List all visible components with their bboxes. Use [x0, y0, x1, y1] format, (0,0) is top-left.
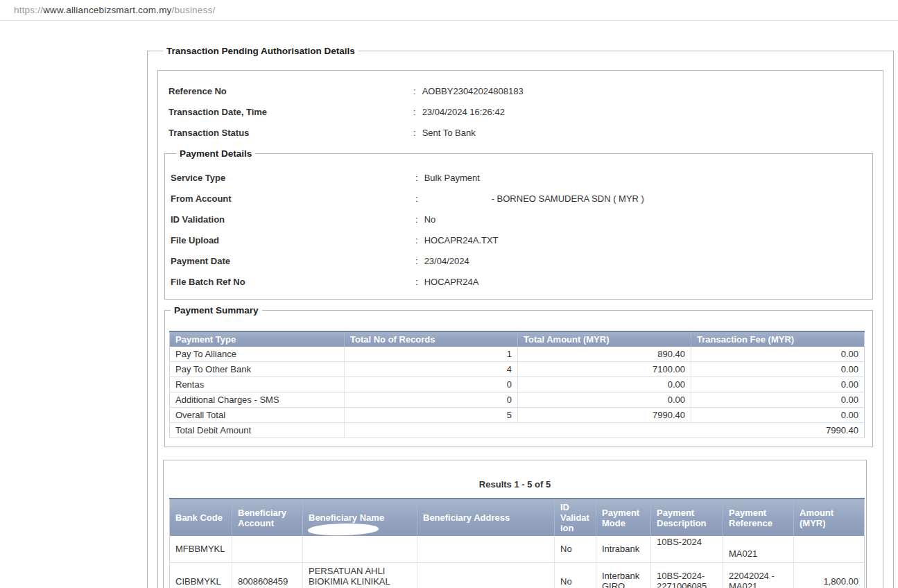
field-value: :No [415, 214, 435, 225]
cell-beneficiary-name: PERSATUAN AHLI BIOKIMIA KLINIKAL MALAYSI [303, 562, 417, 588]
browser-url-bar[interactable]: https://www.alliancebizsmart.com.my/busi… [0, 0, 898, 21]
column-header-id-validation: ID Validation [555, 499, 596, 536]
payment-summary-title: Payment Summary [171, 305, 262, 315]
colon: : [413, 107, 416, 117]
payment-details-title: Payment Details [176, 148, 255, 159]
cell-beneficiary-name [303, 536, 417, 562]
field-value-text: Bulk Payment [424, 173, 480, 183]
field-row-reference-no: Reference No :AOBBY23042024808183 [169, 80, 874, 101]
column-header-bank-code: Bank Code [170, 499, 232, 536]
table-row: Pay To Alliance 1 890.40 0.00 [170, 347, 865, 362]
results-section: Results 1 - 5 of 5 Bank Code Beneficiary… [163, 460, 867, 588]
field-row-service-type: Service Type :Bulk Payment [171, 167, 872, 188]
cell-beneficiary-address [417, 562, 555, 588]
field-value: :Sent To Bank [413, 128, 476, 138]
table-row: MFBBMYKL No Intrabank 10BS-2024 MA021 [170, 536, 865, 562]
cell-payment-type: Rentas [170, 377, 345, 392]
cell-fee: 0.00 [691, 408, 865, 423]
table-row: Overall Total 5 7990.40 0.00 [170, 408, 865, 423]
field-row-id-validation: ID Validation :No [171, 209, 872, 230]
table-row: Pay To Other Bank 4 7100.00 0.00 [170, 362, 865, 377]
field-label: Service Type [171, 173, 415, 183]
cell-fee: 0.00 [691, 377, 865, 392]
cell-fee: 0.00 [691, 347, 865, 362]
page-title: Transaction Pending Authorisation Detail… [163, 46, 359, 56]
url-scheme: https:// [14, 5, 43, 15]
cell-beneficiary-address [417, 536, 555, 562]
field-row-file-upload: File Upload :HOCAPR24A.TXT [171, 230, 872, 250]
colon: : [415, 277, 418, 287]
colon: : [413, 86, 416, 96]
cell-payment-type: Overall Total [170, 408, 345, 423]
table-row: CIBBMYKL 8008608459 PERSATUAN AHLI BIOKI… [170, 562, 865, 588]
field-value: :- BORNEO SAMUDERA SDN ( MYR ) [415, 193, 644, 204]
colon: : [415, 256, 418, 266]
cell-records: 1 [345, 347, 518, 362]
field-value-text: No [424, 214, 436, 225]
cell-fee: 0.00 [691, 362, 865, 377]
colon: : [413, 128, 416, 138]
column-header-beneficiary-address: Beneficiary Address [417, 499, 555, 536]
column-header-total-records: Total No of Records [345, 331, 518, 347]
field-label: Transaction Date, Time [169, 107, 413, 117]
cell-amount: 1,800.00 [794, 562, 865, 588]
field-value-text: AOBBY23042024808183 [422, 86, 524, 96]
results-table: Bank Code Beneficiary Account Beneficiar… [169, 498, 865, 588]
table-row: Rentas 0 0.00 0.00 [170, 377, 865, 392]
colon: : [415, 193, 418, 204]
cell-payment-type: Pay To Other Bank [170, 362, 345, 377]
colon: : [415, 173, 418, 183]
payment-summary-section: Payment Summary Payment Type Total No of… [164, 305, 873, 447]
column-header-transaction-fee: Transaction Fee (MYR) [691, 331, 865, 347]
cell-records: 4 [345, 362, 518, 377]
column-header-amount: Amount (MYR) [794, 499, 865, 536]
cell-payment-reference: 22042024 - MA021 [723, 562, 794, 588]
column-header-total-amount: Total Amount (MYR) [518, 331, 691, 347]
field-value: :HOCAPR24A [415, 277, 478, 287]
cell-bank-code: MFBBMYKL [170, 536, 232, 562]
total-debit-row: Total Debit Amount 7990.40 [170, 423, 865, 438]
field-value: :23/04/2024 16:26:42 [413, 107, 505, 117]
field-value: :AOBBY23042024808183 [413, 86, 524, 96]
column-header-payment-type: Payment Type [170, 331, 345, 347]
field-row-file-batch-ref: File Batch Ref No :HOCAPR24A [171, 271, 872, 292]
cell-amount: 0.00 [518, 377, 691, 392]
cell-total-debit-label: Total Debit Amount [170, 423, 345, 438]
field-label: Payment Date [171, 256, 415, 266]
results-table-wrap: Bank Code Beneficiary Account Beneficiar… [169, 498, 864, 588]
field-value-text: - BORNEO SAMUDERA SDN ( MYR ) [492, 193, 644, 204]
field-value-text: HOCAPR24A.TXT [424, 235, 499, 245]
field-value-text: HOCAPR24A [424, 277, 479, 287]
colon: : [415, 235, 418, 245]
field-row-transaction-datetime: Transaction Date, Time :23/04/2024 16:26… [169, 101, 874, 122]
field-row-payment-date: Payment Date :23/04/2024 [171, 250, 872, 271]
cell-records: 5 [345, 408, 518, 423]
cell-amount: 0.00 [518, 392, 691, 408]
cell-payment-description: 10BS-2024-2271006085 [651, 562, 723, 588]
cell-bank-code: CIBBMYKL [170, 562, 232, 588]
payment-details-section: Payment Details Service Type :Bulk Payme… [164, 148, 873, 300]
cell-records: 0 [345, 377, 518, 392]
field-label: Transaction Status [169, 128, 413, 138]
field-value: :HOCAPR24A.TXT [415, 235, 499, 245]
field-label: From Account [171, 193, 415, 204]
colon: : [415, 214, 418, 225]
transaction-pending-section: Transaction Pending Authorisation Detail… [147, 46, 894, 588]
payment-summary-table: Payment Type Total No of Records Total A… [169, 331, 865, 438]
field-row-transaction-status: Transaction Status :Sent To Bank [169, 122, 874, 143]
cell-payment-mode: Intrabank [596, 536, 651, 562]
cell-amount [794, 536, 865, 562]
details-panel: Reference No :AOBBY23042024808183 Transa… [157, 70, 883, 588]
cell-records: 0 [345, 392, 518, 408]
field-label: File Batch Ref No [171, 277, 415, 287]
cell-amount: 7100.00 [518, 362, 691, 377]
redacted-account-number [424, 193, 492, 204]
cell-payment-type: Pay To Alliance [170, 347, 345, 362]
cell-payment-description: 10BS-2024 [651, 536, 723, 562]
field-value-text: 23/04/2024 [424, 256, 469, 266]
field-value: :Bulk Payment [415, 173, 480, 183]
table-header-row: Payment Type Total No of Records Total A… [170, 331, 865, 347]
field-label: File Upload [171, 235, 415, 245]
cell-amount: 7990.40 [518, 408, 691, 423]
url-path: /business/ [172, 5, 216, 15]
